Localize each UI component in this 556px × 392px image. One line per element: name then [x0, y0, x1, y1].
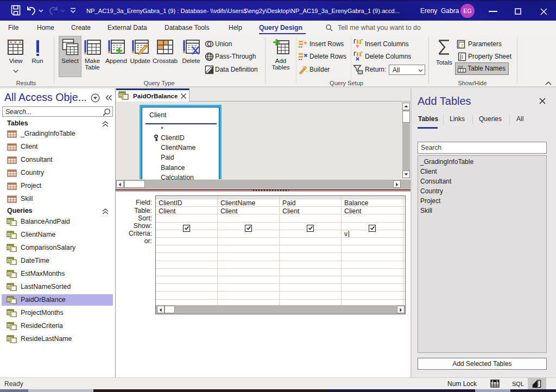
svg-text:10: 10 — [358, 71, 362, 74]
svg-text:xyz: xyz — [458, 65, 463, 69]
svg-text:?: ? — [460, 43, 464, 48]
